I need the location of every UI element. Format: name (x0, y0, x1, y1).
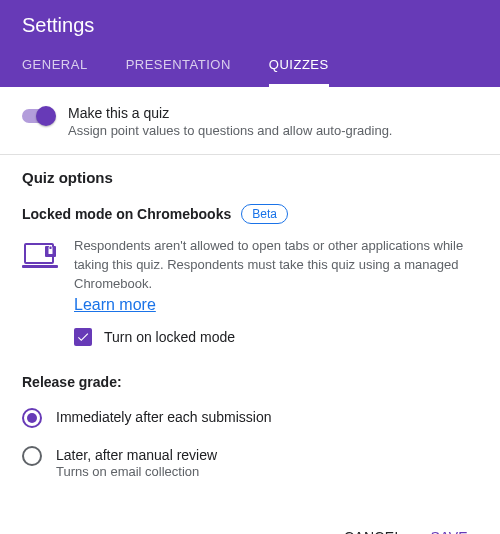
radio-immediate[interactable] (22, 408, 42, 428)
locked-mode-checkbox[interactable] (74, 328, 92, 346)
svg-rect-1 (22, 265, 58, 268)
tab-presentation[interactable]: PRESENTATION (126, 57, 231, 87)
radio-immediate-text: Immediately after each submission (56, 408, 272, 426)
locked-mode-checkbox-row[interactable]: Turn on locked mode (74, 328, 478, 346)
tab-quizzes[interactable]: QUIZZES (269, 57, 329, 87)
release-option-later[interactable]: Later, after manual review Turns on emai… (22, 446, 478, 479)
learn-more-link[interactable]: Learn more (74, 296, 156, 314)
settings-header: Settings GENERAL PRESENTATION QUIZZES (0, 0, 500, 87)
release-grade-title: Release grade: (22, 374, 478, 390)
radio-later-label: Later, after manual review (56, 446, 217, 464)
beta-badge[interactable]: Beta (241, 204, 288, 224)
release-option-immediate[interactable]: Immediately after each submission (22, 408, 478, 428)
quiz-options-section: Quiz options Locked mode on Chromebooks … (0, 155, 500, 479)
svg-rect-3 (49, 249, 53, 254)
locked-mode-text-block: Respondents aren't allowed to open tabs … (74, 236, 478, 314)
make-quiz-toggle[interactable] (22, 109, 54, 123)
radio-later-text: Later, after manual review Turns on emai… (56, 446, 217, 479)
switch-thumb (36, 106, 56, 126)
locked-mode-desc: Respondents aren't allowed to open tabs … (74, 238, 463, 291)
tab-general[interactable]: GENERAL (22, 57, 88, 87)
radio-immediate-label: Immediately after each submission (56, 408, 272, 426)
save-button[interactable]: SAVE (420, 521, 478, 534)
locked-mode-heading: Locked mode on Chromebooks Beta (22, 204, 478, 224)
cancel-button[interactable]: CANCEL (334, 521, 413, 534)
quiz-options-title: Quiz options (22, 169, 478, 186)
dialog-footer: CANCEL SAVE (0, 497, 500, 534)
make-quiz-text: Make this a quiz Assign point values to … (68, 105, 393, 138)
check-icon (76, 330, 90, 344)
locked-mode-checkbox-label: Turn on locked mode (104, 329, 235, 345)
radio-later-sub: Turns on email collection (56, 464, 217, 479)
make-quiz-label: Make this a quiz (68, 105, 393, 121)
locked-mode-body: Respondents aren't allowed to open tabs … (22, 236, 478, 314)
locked-chromebook-icon (22, 240, 58, 270)
locked-mode-title: Locked mode on Chromebooks (22, 206, 231, 222)
make-quiz-desc: Assign point values to questions and all… (68, 123, 393, 138)
page-title: Settings (0, 14, 500, 57)
tabs: GENERAL PRESENTATION QUIZZES (0, 57, 500, 87)
radio-dot (27, 413, 37, 423)
radio-later[interactable] (22, 446, 42, 466)
make-quiz-row: Make this a quiz Assign point values to … (0, 87, 500, 155)
